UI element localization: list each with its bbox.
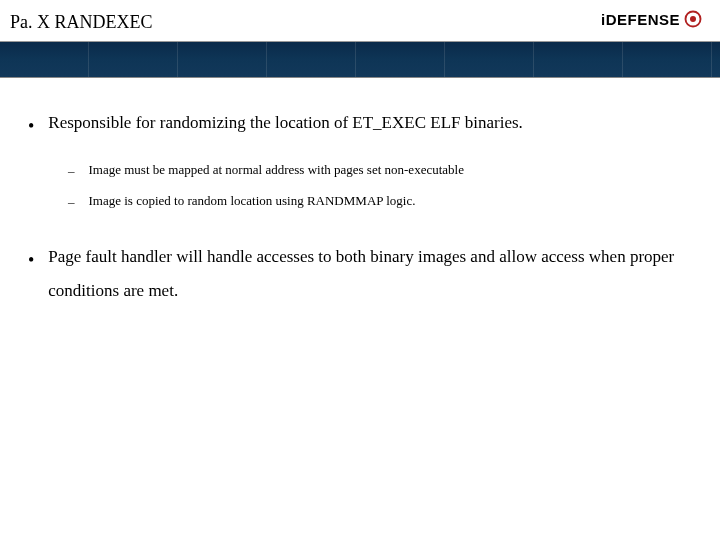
slide-header: Pa. X RANDEXEC iDEFENSE [0,0,720,80]
dash-icon: – [68,163,75,179]
bullet-text: Responsible for randomizing the location… [48,106,522,140]
dash-icon: – [68,194,75,210]
sub-bullet-text: Image is copied to random location using… [89,193,416,209]
bullet-dot-icon: • [28,242,34,278]
slide-content: • Responsible for randomizing the locati… [0,80,720,346]
bullet-text: Page fault handler will handle accesses … [48,240,692,308]
sub-bullet-list: – Image must be mapped at normal address… [68,162,692,210]
brand-logo-text: iDEFENSE [601,11,680,28]
svg-point-1 [690,16,696,22]
sub-bullet-item: – Image is copied to random location usi… [68,193,692,210]
brand-logo-icon [684,10,702,28]
sub-bullet-text: Image must be mapped at normal address w… [89,162,464,178]
sub-bullet-item: – Image must be mapped at normal address… [68,162,692,179]
brand-logo: iDEFENSE [601,10,702,28]
bullet-item: • Responsible for randomizing the locati… [28,106,692,144]
bullet-item: • Page fault handler will handle accesse… [28,240,692,308]
header-banner [0,42,720,78]
bullet-dot-icon: • [28,108,34,144]
